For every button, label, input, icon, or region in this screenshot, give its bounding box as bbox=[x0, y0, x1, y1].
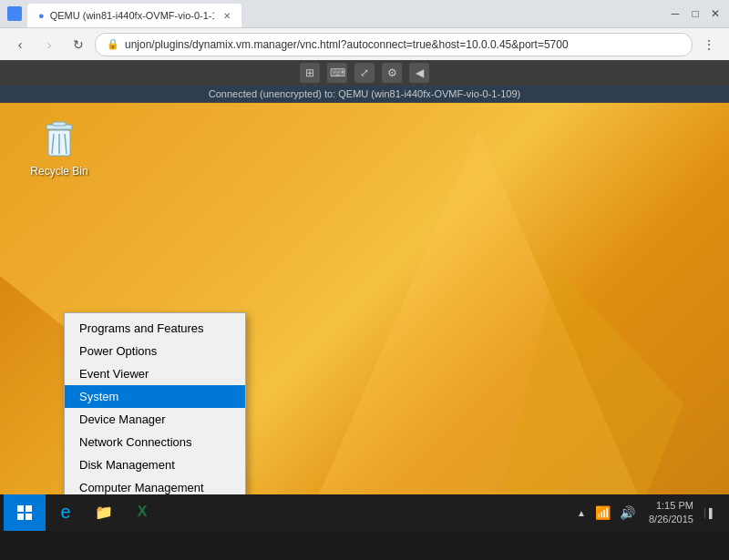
tray-volume-icon[interactable]: 🔊 bbox=[617, 505, 638, 520]
context-menu: Programs and Features Power Options Even… bbox=[64, 312, 246, 494]
minimize-button[interactable]: ─ bbox=[669, 7, 682, 20]
menu-item-computer-management[interactable]: Computer Management bbox=[65, 476, 245, 494]
windows-logo-icon bbox=[17, 505, 32, 520]
browser-titlebar: ● QEMU (win81-i440fx-OVMF-vio-0-1-109) -… bbox=[0, 0, 729, 27]
clock-time: 1:15 PM bbox=[649, 499, 693, 513]
menu-item-disk-management[interactable]: Disk Management bbox=[65, 453, 245, 476]
menu-item-event-viewer[interactable]: Event Viewer bbox=[65, 362, 245, 385]
recycle-bin-graphic bbox=[41, 121, 77, 161]
close-button[interactable]: ✕ bbox=[709, 7, 722, 20]
windows-desktop: Recycle Bin Programs and Features Power … bbox=[0, 103, 729, 494]
browser-tab[interactable]: ● QEMU (win81-i440fx-OVMF-vio-0-1-109) -… bbox=[27, 4, 241, 27]
browser-toolbar: ‹ › ↻ 🔒 unjon/plugins/dynamix.vm.manager… bbox=[0, 27, 729, 60]
chrome-icon bbox=[7, 6, 22, 21]
security-icon: 🔒 bbox=[107, 38, 119, 50]
menu-item-system[interactable]: System bbox=[65, 385, 245, 408]
taskbar-ie-icon[interactable]: e bbox=[47, 494, 84, 531]
back-button[interactable]: ‹ bbox=[7, 32, 33, 57]
recycle-bin-label: Recycle Bin bbox=[30, 165, 87, 178]
logo-quad-2 bbox=[26, 505, 32, 512]
taskbar-explorer-icon[interactable]: 📁 bbox=[86, 494, 122, 531]
svg-rect-1 bbox=[53, 122, 66, 126]
logo-quad-1 bbox=[17, 505, 24, 512]
tray-arrow-icon[interactable]: ▲ bbox=[574, 508, 589, 518]
logo-quad-3 bbox=[17, 514, 24, 520]
tab-close-icon[interactable]: ✕ bbox=[223, 11, 231, 21]
novnc-toolbar: ⊞ ⌨ ⤢ ⚙ ◀ bbox=[0, 60, 729, 86]
menu-item-power-options[interactable]: Power Options bbox=[65, 340, 245, 362]
reload-button[interactable]: ↻ bbox=[66, 32, 91, 57]
tray-network-icon[interactable]: 📶 bbox=[592, 505, 613, 520]
maximize-button[interactable]: □ bbox=[689, 7, 702, 20]
system-tray: ▲ 📶 🔊 1:15 PM 8/26/2015 ▌ bbox=[567, 494, 725, 531]
novnc-connection-banner: Connected (unencrypted) to: QEMU (win81-… bbox=[0, 86, 729, 103]
menu-button[interactable]: ⋮ bbox=[696, 32, 722, 57]
address-text: unjon/plugins/dynamix.vm.manager/vnc.htm… bbox=[125, 38, 569, 51]
novnc-btn-4[interactable]: ⚙ bbox=[382, 63, 402, 83]
menu-item-device-manager[interactable]: Device Manager bbox=[65, 408, 245, 431]
start-button[interactable] bbox=[4, 494, 46, 531]
novnc-btn-3[interactable]: ⤢ bbox=[354, 63, 375, 83]
taskbar-excel-icon[interactable]: X bbox=[124, 494, 160, 531]
menu-item-network-connections[interactable]: Network Connections bbox=[65, 431, 245, 453]
recycle-bin-icon[interactable]: Recycle Bin bbox=[27, 121, 91, 178]
window-controls: ─ □ ✕ bbox=[669, 7, 722, 20]
forward-button[interactable]: › bbox=[36, 32, 62, 57]
tray-show-desktop-icon[interactable]: ▌ bbox=[704, 508, 718, 518]
menu-item-programs-features[interactable]: Programs and Features bbox=[65, 317, 245, 340]
logo-quad-4 bbox=[26, 514, 32, 520]
novnc-btn-1[interactable]: ⊞ bbox=[300, 63, 320, 83]
browser-window: ● QEMU (win81-i440fx-OVMF-vio-0-1-109) -… bbox=[0, 0, 729, 60]
novnc-btn-5[interactable]: ◀ bbox=[409, 63, 429, 83]
taskbar: e 📁 X ▲ 📶 🔊 1:15 PM 8/26/2015 ▌ bbox=[0, 494, 729, 531]
novnc-btn-2[interactable]: ⌨ bbox=[327, 63, 347, 83]
address-bar[interactable]: 🔒 unjon/plugins/dynamix.vm.manager/vnc.h… bbox=[95, 33, 693, 56]
clock-date: 8/26/2015 bbox=[649, 513, 693, 526]
tab-title: QEMU (win81-i440fx-OVMF-vio-0-1-109) - n… bbox=[50, 10, 214, 21]
system-clock[interactable]: 1:15 PM 8/26/2015 bbox=[642, 499, 701, 527]
